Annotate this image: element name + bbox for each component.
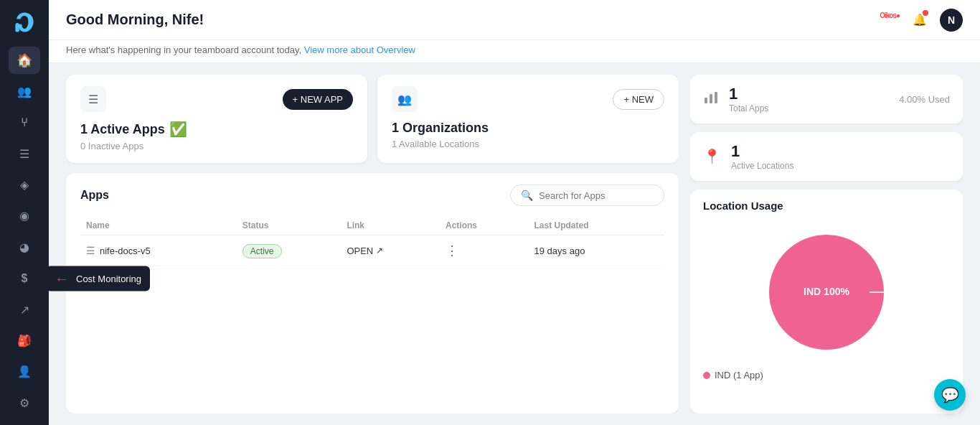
- dollar-icon: $: [22, 272, 28, 285]
- check-icon: ✅: [169, 121, 187, 138]
- col-status: Status: [237, 216, 341, 235]
- stat-left-loc: 📍 1 Active Locations: [703, 142, 793, 171]
- active-apps-count: 1 Active Apps: [80, 122, 165, 137]
- status-badge: Active: [242, 244, 282, 258]
- sidebar-item-settings[interactable]: ⚙: [9, 390, 40, 416]
- svg-rect-1: [705, 98, 707, 103]
- logo[interactable]: [9, 9, 39, 37]
- total-apps-info: 1 Total Apps: [729, 85, 768, 113]
- sub-header: Here what's happening in your teamboard …: [49, 40, 980, 63]
- location-pin-icon: 📍: [703, 148, 721, 165]
- user-avatar[interactable]: N: [940, 9, 963, 32]
- notification-badge: [923, 10, 928, 16]
- bar-chart-icon: [703, 89, 719, 109]
- pie-chart-container: IND 100%: [703, 220, 950, 364]
- search-input[interactable]: [539, 190, 654, 201]
- apps-table: Name Status Link Actions Last Updated ☰: [80, 216, 664, 266]
- sidebar: 🏠 👥 ⑂ ☰ ◈ ◉ ◕ $ ← Cost Monitoring ↗ 🎒 👤 …: [0, 0, 49, 425]
- org-icon: 👥: [392, 86, 418, 112]
- pie-label-text: IND 100%: [804, 286, 849, 297]
- active-locations-info: 1 Active Locations: [731, 142, 793, 171]
- table-header-row: Name Status Link Actions Last Updated: [80, 216, 664, 235]
- table-row: ☰ nife-docs-v5 Active OPEN ↗: [80, 235, 664, 266]
- sidebar-item-cost[interactable]: $ ← Cost Monitoring: [9, 265, 40, 291]
- apps-table-title: Apps: [80, 189, 109, 202]
- team-icon: 👥: [17, 85, 32, 98]
- col-name: Name: [80, 216, 237, 235]
- apps-table-card: Apps 🔍 Name Status Link Actions Last Upd: [66, 173, 679, 414]
- col-actions: Actions: [440, 216, 529, 235]
- settings-icon: ⚙: [19, 396, 29, 410]
- list-icon: ☰: [19, 147, 29, 161]
- more-actions-button[interactable]: ⋮: [446, 243, 459, 258]
- app-link-cell[interactable]: OPEN ↗: [341, 235, 440, 266]
- users-icon: 👤: [17, 365, 32, 378]
- total-apps-number: 1: [729, 85, 768, 103]
- inactive-apps-count: 0 Inactive Apps: [80, 141, 353, 151]
- col-last-updated: Last Updated: [529, 216, 664, 235]
- content-area: ☰ + NEW APP 1 Active Apps ✅ 0 Inactive A…: [49, 63, 980, 425]
- apps-list-icon: ☰: [80, 86, 106, 112]
- search-icon: 🔍: [521, 190, 533, 201]
- sidebar-item-support[interactable]: 🎒: [9, 327, 40, 354]
- active-locations-label: Active Locations: [731, 161, 793, 171]
- open-link[interactable]: OPEN ↗: [347, 246, 434, 256]
- sidebar-item-analytics[interactable]: ◕: [9, 234, 40, 261]
- active-locations-stat: 📍 1 Active Locations: [690, 132, 963, 181]
- sidebar-item-layers[interactable]: ◈: [9, 172, 40, 198]
- brand-name-text: Oikos: [880, 11, 896, 19]
- new-app-button[interactable]: + NEW APP: [283, 89, 353, 110]
- header-right: Oikos● 🔔 N: [880, 9, 963, 32]
- app-actions-cell[interactable]: ⋮: [440, 235, 529, 266]
- sidebar-item-home[interactable]: 🏠: [9, 47, 40, 73]
- brand-dot: ●: [896, 11, 900, 19]
- active-apps-card: ☰ + NEW APP 1 Active Apps ✅ 0 Inactive A…: [66, 75, 367, 163]
- chat-button[interactable]: 💬: [934, 379, 966, 411]
- total-apps-label: Total Apps: [729, 103, 768, 113]
- analytics-icon: ◕: [19, 240, 29, 254]
- stat-left: 1 Total Apps: [703, 85, 768, 113]
- active-apps-title: 1 Active Apps ✅: [80, 121, 353, 138]
- tooltip-label: Cost Monitoring: [76, 273, 141, 284]
- app-name-wrapper: ☰ nife-docs-v5: [86, 245, 231, 256]
- notification-button[interactable]: 🔔: [908, 9, 931, 32]
- svg-rect-0: [15, 23, 19, 32]
- header: Good Morning, Nife! Oikos● 🔔 N: [49, 0, 980, 40]
- sub-header-text: Here what's happening in your teamboard …: [66, 45, 301, 55]
- app-name-text: nife-docs-v5: [100, 246, 151, 256]
- apps-table-header: Apps 🔍: [80, 185, 664, 206]
- left-panel: ☰ + NEW APP 1 Active Apps ✅ 0 Inactive A…: [66, 75, 679, 414]
- sidebar-item-git[interactable]: ⑂: [9, 109, 40, 136]
- cost-monitoring-tooltip: ← Cost Monitoring: [46, 266, 150, 291]
- pie-chart: IND 100%: [755, 220, 898, 364]
- svg-rect-3: [715, 92, 717, 103]
- new-org-button[interactable]: + NEW: [613, 89, 664, 110]
- red-arrow-icon: ←: [55, 270, 69, 286]
- layers-icon: ◈: [20, 178, 29, 192]
- organizations-title: 1 Organizations: [392, 121, 664, 136]
- active-locations-number: 1: [731, 142, 793, 161]
- sidebar-item-team[interactable]: 👥: [9, 78, 40, 105]
- chat-icon: 💬: [941, 386, 959, 403]
- sidebar-item-trending[interactable]: ↗: [9, 296, 40, 322]
- greeting: Good Morning, Nife!: [66, 11, 204, 28]
- pie-legend-dot: [703, 372, 710, 379]
- right-panel: 1 Total Apps 4.00% Used 📍 1 Active Locat…: [690, 75, 963, 414]
- available-locations: 1 Available Locations: [392, 139, 664, 149]
- organizations-card-header: 👥 + NEW: [392, 86, 664, 112]
- home-icon: 🏠: [17, 52, 32, 68]
- organizations-count: 1 Organizations: [392, 121, 489, 136]
- total-apps-usage: 4.00% Used: [899, 94, 950, 105]
- sidebar-item-location[interactable]: ◉: [9, 202, 40, 229]
- main-content: Good Morning, Nife! Oikos● 🔔 N Here what…: [49, 0, 980, 425]
- active-apps-card-header: ☰ + NEW APP: [80, 86, 353, 112]
- overview-link[interactable]: View more about Overview: [304, 45, 415, 55]
- trending-icon: ↗: [20, 303, 29, 317]
- col-link: Link: [341, 216, 440, 235]
- app-list-icon: ☰: [86, 245, 95, 256]
- cards-row: ☰ + NEW APP 1 Active Apps ✅ 0 Inactive A…: [66, 75, 679, 163]
- brand-logo: Oikos●: [880, 9, 900, 31]
- sidebar-item-users[interactable]: 👤: [9, 358, 40, 385]
- search-box[interactable]: 🔍: [510, 185, 664, 206]
- sidebar-item-list[interactable]: ☰: [9, 140, 40, 167]
